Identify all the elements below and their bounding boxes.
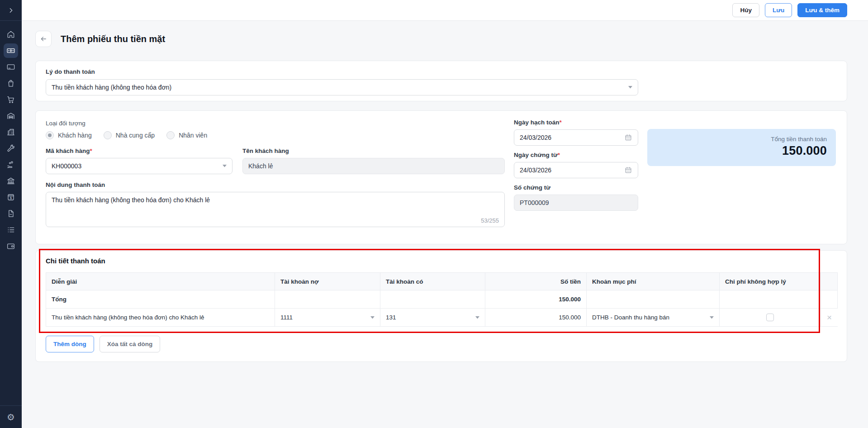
radio-employee-label: Nhân viên: [179, 132, 207, 139]
chevron-down-icon: [223, 165, 227, 167]
radio-dot: [166, 131, 175, 139]
chevron-right-icon: [7, 7, 14, 14]
main-content: Thêm phiếu thu tiền mặt Lý do thanh toán…: [22, 21, 868, 428]
building-icon: [6, 128, 15, 137]
wrench-icon: [6, 144, 15, 153]
table-total-row: Tổng 150.000: [46, 290, 838, 309]
hand-coins-icon: [6, 160, 15, 169]
total-amount-label: Tổng tiền thanh toán: [656, 136, 827, 143]
table-row: Thu tiền khách hàng (không theo hóa đơn)…: [46, 309, 838, 327]
page-title: Thêm phiếu thu tiền mặt: [61, 34, 165, 44]
row-invalid-expense-cell: [720, 309, 821, 327]
sidebar-expand-button[interactable]: [5, 4, 17, 17]
payment-info-card: Loại đối tượng Khách hàng Nhà cung cấp N…: [35, 110, 847, 244]
chevron-down-icon: [370, 316, 375, 319]
row-fee-category-value: DTHB - Doanh thu hàng bán: [592, 314, 669, 321]
row-description[interactable]: Thu tiền khách hàng (không theo hóa đơn)…: [46, 309, 275, 327]
save-and-add-button[interactable]: Lưu & thêm: [797, 3, 847, 17]
chevron-down-icon: [628, 86, 632, 89]
banknote-icon: [6, 46, 15, 55]
payment-reason-card: Lý do thanh toán Thu tiền khách hàng (kh…: [35, 61, 847, 101]
sidebar-item-cash[interactable]: [0, 43, 22, 59]
add-row-button[interactable]: Thêm dòng: [46, 336, 94, 352]
sidebar-item-tools[interactable]: [0, 140, 22, 157]
document-date-label: Ngày chứng từ*: [514, 152, 638, 158]
delete-row-button[interactable]: ×: [821, 309, 838, 327]
sidebar-item-company[interactable]: [0, 124, 22, 140]
posting-date-value: 24/03/2026: [520, 134, 551, 141]
back-button[interactable]: [35, 31, 52, 47]
radio-customer[interactable]: Khách hàng: [46, 131, 92, 139]
shopping-bag-icon: [6, 79, 15, 88]
radio-supplier[interactable]: Nhà cung cấp: [104, 131, 155, 139]
bank-icon: [6, 176, 15, 185]
invalid-expense-checkbox[interactable]: [766, 314, 774, 321]
row-fee-category-select[interactable]: DTHB - Doanh thu hàng bán: [587, 309, 720, 327]
radio-dot: [104, 131, 112, 139]
row-amount[interactable]: 150.000: [485, 309, 587, 327]
delete-all-rows-button[interactable]: Xóa tất cả dòng: [100, 336, 161, 352]
col-description: Diễn giải: [46, 273, 275, 290]
calendar-icon: [624, 133, 632, 142]
customer-code-select[interactable]: KH000003: [46, 158, 232, 174]
col-credit-account: Tài khoản có: [380, 273, 485, 290]
credit-card-icon: [6, 62, 15, 71]
col-actions: [821, 273, 838, 290]
posting-date-label: Ngày hạch toán*: [514, 119, 638, 126]
total-row-amount: 150.000: [485, 290, 587, 309]
cancel-button[interactable]: Hủy: [732, 3, 759, 17]
detail-table: Diễn giải Tài khoản nợ Tài khoản có Số t…: [46, 272, 838, 327]
cash-box-icon: $: [6, 193, 15, 202]
customer-name-field: Khách lẻ: [242, 158, 505, 174]
sidebar-item-home[interactable]: [0, 26, 22, 43]
posting-date-input[interactable]: 24/03/2026: [514, 129, 638, 146]
save-button[interactable]: Lưu: [765, 3, 792, 17]
gear-icon: ⚙: [7, 413, 15, 422]
shopping-cart-icon: [6, 95, 15, 104]
detail-title: Chi tiết thanh toán: [46, 257, 837, 265]
customer-code-label: Mã khách hàng*: [46, 147, 232, 154]
payment-reason-value: Thu tiền khách hàng (không theo hóa đơn): [52, 84, 171, 91]
radio-employee[interactable]: Nhân viên: [166, 131, 207, 139]
calendar-icon: [624, 166, 632, 174]
customer-code-value: KH000003: [52, 162, 81, 170]
sidebar-item-cashbox[interactable]: $: [0, 189, 22, 205]
row-debit-account-select[interactable]: 1111: [275, 309, 380, 327]
col-fee-category: Khoản mục phí: [587, 273, 720, 290]
col-debit-account: Tài khoản nợ: [275, 273, 380, 290]
sidebar-item-purchase[interactable]: [0, 91, 22, 108]
payment-content-textarea[interactable]: Thu tiền khách hàng (không theo hóa đơn)…: [46, 192, 505, 227]
payment-detail-card: Chi tiết thanh toán Diễn giải Tài khoản …: [35, 250, 847, 362]
sidebar-item-warehouse[interactable]: [0, 108, 22, 124]
document-date-input[interactable]: 24/03/2026: [514, 162, 638, 178]
wallet-icon: [6, 242, 15, 251]
row-debit-account-value: 1111: [280, 314, 293, 321]
radio-supplier-label: Nhà cung cấp: [116, 132, 155, 139]
chevron-down-icon: [475, 316, 479, 319]
list-icon: [6, 225, 15, 234]
settings-button[interactable]: ⚙: [5, 411, 17, 423]
sidebar-item-sales[interactable]: [0, 75, 22, 91]
payment-reason-select[interactable]: Thu tiền khách hàng (không theo hóa đơn): [46, 79, 638, 95]
sidebar-item-documents[interactable]: [0, 205, 22, 222]
sidebar-item-card[interactable]: [0, 59, 22, 75]
sidebar-item-bank[interactable]: [0, 173, 22, 189]
radio-customer-label: Khách hàng: [58, 132, 92, 139]
arrow-left-icon: [39, 35, 47, 43]
total-amount-box: Tổng tiền thanh toán 150.000: [647, 129, 836, 166]
payment-reason-label: Lý do thanh toán: [46, 68, 837, 75]
col-invalid-expense: Chi phí không hợp lý: [720, 273, 821, 290]
document-date-value: 24/03/2026: [520, 166, 551, 174]
sidebar-item-income[interactable]: [0, 157, 22, 173]
total-amount-value: 150.000: [656, 144, 827, 158]
sidebar-item-list[interactable]: [0, 222, 22, 238]
warehouse-icon: [6, 111, 15, 120]
total-row-label: Tổng: [46, 290, 275, 309]
char-counter: 53/255: [481, 217, 499, 224]
table-header-row: Diễn giải Tài khoản nợ Tài khoản có Số t…: [46, 273, 838, 290]
document-number-field: PT000009: [514, 195, 638, 211]
sidebar-item-wallet[interactable]: [0, 238, 22, 254]
row-credit-account-select[interactable]: 131: [380, 309, 485, 327]
chevron-down-icon: [710, 316, 714, 319]
svg-text:$: $: [10, 196, 12, 200]
